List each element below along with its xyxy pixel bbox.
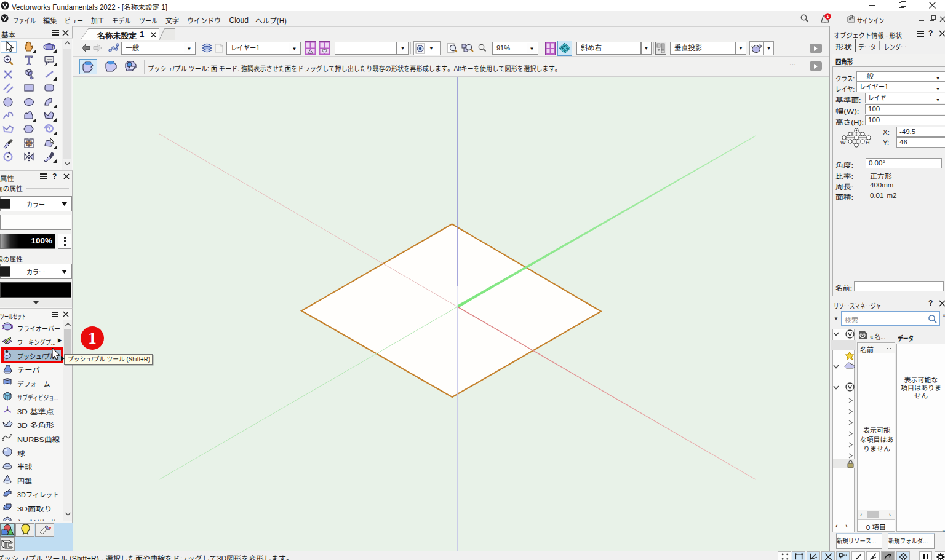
svg-text:H: H xyxy=(866,140,870,146)
svg-text:1: 1 xyxy=(826,14,829,19)
svg-text:W: W xyxy=(840,140,846,146)
